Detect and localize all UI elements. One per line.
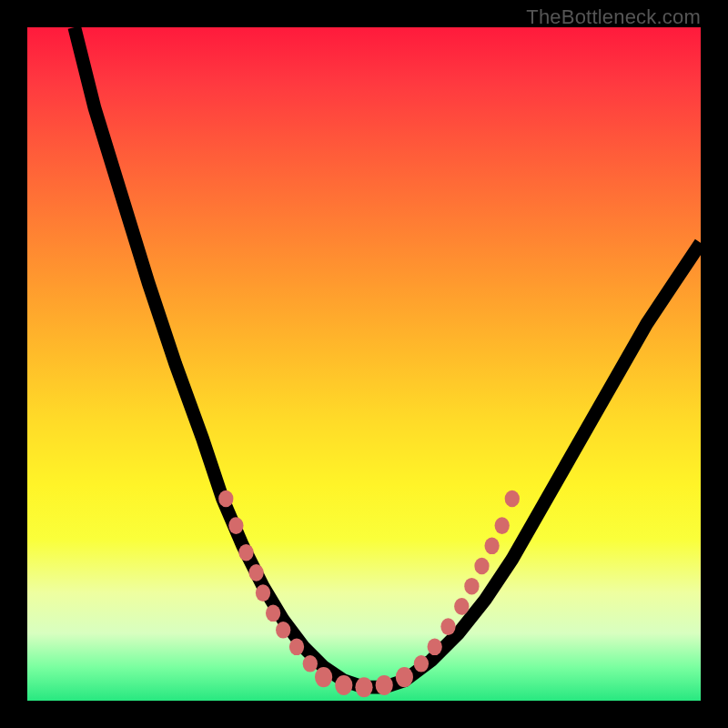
data-marker <box>474 558 489 575</box>
data-marker <box>266 604 280 622</box>
data-marker <box>303 655 318 672</box>
data-marker <box>289 638 304 655</box>
data-marker <box>276 622 290 639</box>
watermark-text: TheBottleneck.com <box>526 5 701 29</box>
curve-svg <box>27 27 701 701</box>
data-marker <box>248 564 263 581</box>
data-marker <box>355 677 372 697</box>
data-marker <box>464 578 479 595</box>
data-marker <box>335 675 352 695</box>
data-marker <box>440 618 455 635</box>
data-marker <box>396 667 413 687</box>
plot-area <box>27 27 701 701</box>
data-marker <box>238 544 253 561</box>
data-marker <box>228 517 243 534</box>
data-marker <box>428 638 442 655</box>
data-marker <box>218 490 233 508</box>
data-marker <box>495 517 510 534</box>
data-marker <box>256 584 270 602</box>
data-marker <box>414 655 429 672</box>
data-markers <box>218 490 520 698</box>
data-marker <box>315 667 332 687</box>
data-marker <box>454 598 469 615</box>
data-marker <box>505 490 520 508</box>
data-marker <box>484 537 499 554</box>
bottleneck-curve <box>75 27 701 687</box>
chart-frame: TheBottleneck.com <box>0 0 728 728</box>
data-marker <box>376 675 393 695</box>
